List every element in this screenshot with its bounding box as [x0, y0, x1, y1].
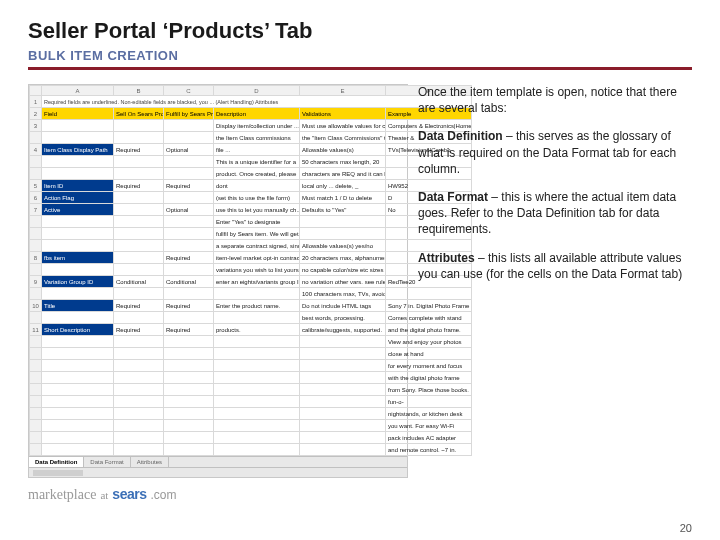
- horizontal-scrollbar[interactable]: [29, 467, 407, 477]
- table-row: product. Once created, pleasecharacters …: [30, 168, 472, 180]
- row-number: [30, 288, 42, 300]
- table-row: This is a unique identifier for a50 char…: [30, 156, 472, 168]
- table-row: you want. For easy Wi-Fi: [30, 420, 472, 432]
- cell: Required: [164, 252, 214, 264]
- table-row: 10TitleRequiredRequiredEnter the product…: [30, 300, 472, 312]
- attr-label: Attributes: [418, 251, 475, 265]
- cell: [114, 372, 164, 384]
- row-number: 10: [30, 300, 42, 312]
- cell: [164, 408, 214, 420]
- cell: Short Description: [42, 324, 114, 336]
- cell: [42, 348, 114, 360]
- cell: [214, 384, 300, 396]
- cell: local only ... delete, _: [300, 180, 386, 192]
- cell: Optional: [164, 204, 214, 216]
- cell: [114, 168, 164, 180]
- cell: [164, 312, 214, 324]
- cell: Allowable values(s) yes/no: [300, 240, 386, 252]
- cell: [300, 408, 386, 420]
- table-row: 100 characters max, TVs, avoid: [30, 288, 472, 300]
- header-cell: Fulfill by Sears Program: [164, 108, 214, 120]
- cell: [164, 336, 214, 348]
- cell: [42, 360, 114, 372]
- text-column: Once the item template is open, notice t…: [418, 84, 692, 503]
- cell: [300, 360, 386, 372]
- cell: Variation Group ID: [42, 276, 114, 288]
- row-number: [30, 432, 42, 444]
- cell: [214, 288, 300, 300]
- cell: 20 characters max, alphanumeric: [300, 252, 386, 264]
- cell: [300, 228, 386, 240]
- column-letters: A B C D E F: [30, 86, 472, 96]
- row-number: 9: [30, 276, 42, 288]
- row-number: [30, 132, 42, 144]
- cell: Conditional: [164, 276, 214, 288]
- row-number: [30, 240, 42, 252]
- cell: Must use allowable values for cat...: [300, 120, 386, 132]
- sheet-tab-attributes[interactable]: Attributes: [131, 457, 169, 467]
- slide: Seller Portal ‘Products’ Tab BULK ITEM C…: [0, 0, 720, 540]
- cell: [164, 216, 214, 228]
- dd-label: Data Definition: [418, 129, 503, 143]
- brand-logo: marketplace at sears.com: [28, 486, 408, 503]
- cell: [114, 228, 164, 240]
- cell: [114, 252, 164, 264]
- page-number: 20: [680, 522, 692, 534]
- cell: Required: [114, 144, 164, 156]
- row-number: [30, 372, 42, 384]
- cell: item-level market opt-in contract.: [214, 252, 300, 264]
- cell: [164, 372, 214, 384]
- row-number: 3: [30, 120, 42, 132]
- cell: Enter "Yes" to designate: [214, 216, 300, 228]
- cell: dont: [214, 180, 300, 192]
- cell: [164, 228, 214, 240]
- cell: [164, 120, 214, 132]
- cell: [300, 336, 386, 348]
- cell: [42, 444, 114, 456]
- cell: Must match 1 / D to delete: [300, 192, 386, 204]
- cell: product. Once created, please: [214, 168, 300, 180]
- cell: fullfil by Sears item. We will get: [214, 228, 300, 240]
- cell: [164, 288, 214, 300]
- sheet-tab-data-format[interactable]: Data Format: [84, 457, 130, 467]
- row-number: [30, 228, 42, 240]
- cell: [42, 288, 114, 300]
- cell: Conditional: [114, 276, 164, 288]
- divider: [28, 67, 692, 70]
- slide-subtitle: BULK ITEM CREATION: [28, 48, 692, 63]
- cell: [42, 168, 114, 180]
- cell: characters are REQ and it can be: [300, 168, 386, 180]
- cell: [164, 156, 214, 168]
- cell: Required: [164, 324, 214, 336]
- cell: Display item/collection under ...: [214, 120, 300, 132]
- cell: [114, 120, 164, 132]
- cell: 100 characters max, TVs, avoid: [300, 288, 386, 300]
- cell: no capable color/size etc sizes etc: [300, 264, 386, 276]
- cell: Required: [114, 180, 164, 192]
- cell: [300, 372, 386, 384]
- row-number: [30, 396, 42, 408]
- row-number: [30, 156, 42, 168]
- row-number: 4: [30, 144, 42, 156]
- cell: [114, 360, 164, 372]
- table-row: fun-o-: [30, 396, 472, 408]
- table-row: 6Action Flag(set this to use the file fo…: [30, 192, 472, 204]
- spreadsheet-screenshot: A B C D E F 1 Required fields are underl…: [28, 84, 408, 503]
- slide-title: Seller Portal ‘Products’ Tab: [28, 18, 692, 44]
- cell: fbs item: [42, 252, 114, 264]
- brand-prefix: marketplace: [28, 487, 96, 503]
- spreadsheet: A B C D E F 1 Required fields are underl…: [28, 84, 408, 478]
- cell: Required: [114, 324, 164, 336]
- table-row: 11Short DescriptionRequiredRequiredprodu…: [30, 324, 472, 336]
- cell: products.: [214, 324, 300, 336]
- cell: [114, 204, 164, 216]
- table-row: a separate contract signed, sinceAllowab…: [30, 240, 472, 252]
- row-number: 8: [30, 252, 42, 264]
- row-number: 11: [30, 324, 42, 336]
- cell: [114, 132, 164, 144]
- cell: [114, 408, 164, 420]
- table-row: 8fbs itemRequireditem-level market opt-i…: [30, 252, 472, 264]
- table-row: Enter "Yes" to designate: [30, 216, 472, 228]
- sheet-tab-data-definition[interactable]: Data Definition: [29, 457, 84, 467]
- note-row: 1 Required fields are underlined. Non-ed…: [30, 96, 472, 108]
